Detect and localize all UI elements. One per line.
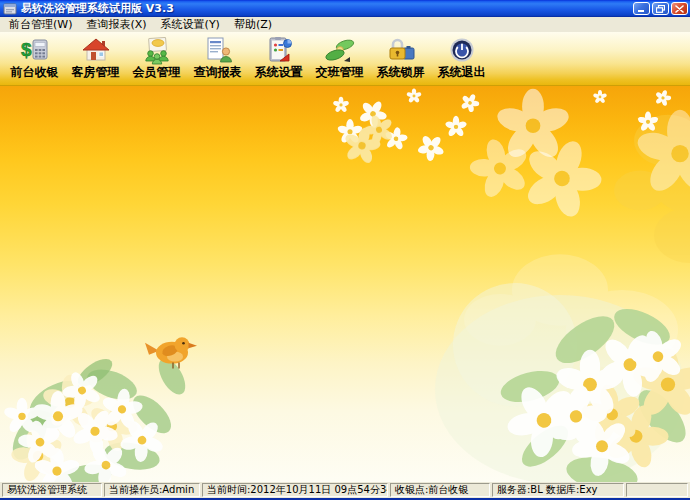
power-icon	[446, 35, 478, 65]
toolbar-button-label: 系统锁屏	[377, 65, 425, 79]
status-bar: 易软洗浴管理系统 当前操作员:Admin 当前时间:2012年10月11日 09…	[0, 482, 690, 498]
toolbar-button-cashier[interactable]: $ 前台收银	[6, 35, 63, 79]
menu-item-settings[interactable]: 系统设置(Y)	[154, 17, 227, 32]
menu-bar: 前台管理(W) 查询报表(X) 系统设置(Y) 帮助(Z)	[0, 17, 690, 32]
status-operator: 当前操作员:Admin	[104, 483, 200, 497]
main-background	[0, 86, 690, 482]
menu-item-front-desk[interactable]: 前台管理(W)	[2, 17, 79, 32]
minimize-button[interactable]	[633, 2, 650, 15]
restore-button[interactable]	[652, 2, 669, 15]
status-cashier-point: 收银点:前台收银	[390, 483, 490, 497]
toolbar-button-shift[interactable]: 交班管理	[311, 35, 368, 79]
settings-icon	[263, 35, 295, 65]
toolbar-button-lock-screen[interactable]: 系统锁屏	[372, 35, 429, 79]
toolbar-button-label: 系统退出	[438, 65, 486, 79]
toolbar-button-system-settings[interactable]: 系统设置	[250, 35, 307, 79]
background-decoration	[0, 86, 690, 482]
shift-exchange-icon	[324, 35, 356, 65]
house-icon	[80, 35, 112, 65]
window-title: 易软洗浴管理系统试用版 V3.3	[21, 0, 631, 17]
close-icon	[675, 5, 684, 13]
titlebar[interactable]: 易软洗浴管理系统试用版 V3.3	[0, 0, 690, 17]
bouquet-left	[3, 337, 197, 482]
toolbar-button-rooms[interactable]: 客房管理	[67, 35, 124, 79]
status-current-time: 当前时间:2012年10月11日 09点54分34秒	[202, 483, 388, 497]
cash-register-icon: $	[19, 35, 51, 65]
toolbar-button-label: 会员管理	[133, 65, 181, 79]
toolbar-button-label: 查询报表	[194, 65, 242, 79]
report-icon	[202, 35, 234, 65]
minimize-icon	[637, 5, 646, 12]
close-button[interactable]	[671, 2, 688, 15]
members-icon	[141, 35, 173, 65]
toolbar-button-query-report[interactable]: 查询报表	[189, 35, 246, 79]
menu-item-help[interactable]: 帮助(Z)	[227, 17, 279, 32]
toolbar: $ 前台收银 客房管理	[0, 32, 690, 86]
restore-icon	[656, 5, 665, 13]
toolbar-button-members[interactable]: 会员管理	[128, 35, 185, 79]
menu-item-reports[interactable]: 查询报表(X)	[79, 17, 153, 32]
status-app-name: 易软洗浴管理系统	[2, 483, 102, 497]
app-window: 易软洗浴管理系统试用版 V3.3 前台管理(W) 查询报表(X) 系统设置(Y)…	[0, 0, 690, 500]
toolbar-button-label: 系统设置	[255, 65, 303, 79]
status-server-database: 服务器:BL 数据库:Exy	[492, 483, 624, 497]
lock-icon	[385, 35, 417, 65]
toolbar-button-exit[interactable]: 系统退出	[433, 35, 490, 79]
app-icon	[3, 3, 17, 15]
toolbar-button-label: 前台收银	[11, 65, 59, 79]
status-empty	[626, 483, 688, 497]
toolbar-button-label: 客房管理	[72, 65, 120, 79]
svg-text:$: $	[21, 39, 32, 60]
toolbar-button-label: 交班管理	[316, 65, 364, 79]
